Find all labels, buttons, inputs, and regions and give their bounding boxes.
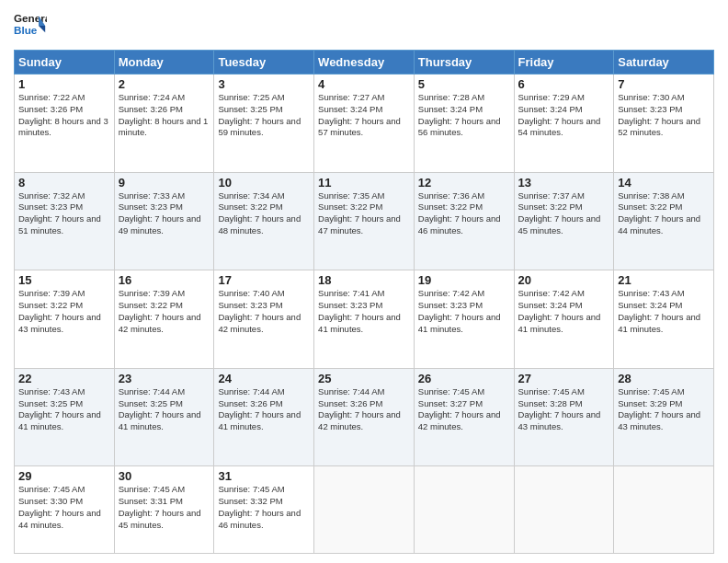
daylight-label: Daylight: 7 hours and 42 minutes. [119, 312, 201, 334]
calendar-cell: 4 Sunrise: 7:27 AM Sunset: 3:24 PM Dayli… [314, 75, 415, 173]
daylight-label: Daylight: 7 hours and 49 minutes. [119, 213, 201, 236]
day-detail: Sunrise: 7:35 AM Sunset: 3:22 PM Dayligh… [318, 190, 410, 237]
daylight-label: Daylight: 7 hours and 41 minutes. [18, 409, 101, 431]
calendar-cell: 9 Sunrise: 7:33 AM Sunset: 3:23 PM Dayli… [114, 172, 214, 270]
sunrise-label: Sunrise: 7:36 AM [418, 190, 484, 201]
sunset-label: Sunset: 3:23 PM [18, 201, 83, 212]
daylight-label: Daylight: 7 hours and 45 minutes. [119, 508, 201, 530]
logo-icon: General Blue [14, 9, 47, 42]
day-number: 29 [18, 469, 110, 483]
daylight-label: Daylight: 7 hours and 42 minutes. [418, 409, 501, 431]
calendar-cell: 12 Sunrise: 7:36 AM Sunset: 3:22 PM Dayl… [414, 172, 514, 270]
sunrise-label: Sunrise: 7:24 AM [119, 92, 185, 102]
sunrise-label: Sunrise: 7:44 AM [318, 386, 384, 396]
day-number: 7 [618, 77, 710, 91]
day-detail: Sunrise: 7:45 AM Sunset: 3:29 PM Dayligh… [618, 386, 710, 433]
daylight-label: Daylight: 8 hours and 1 minute. [119, 116, 209, 138]
day-number: 2 [119, 77, 210, 91]
daylight-label: Daylight: 7 hours and 41 minutes. [518, 312, 601, 334]
day-detail: Sunrise: 7:45 AM Sunset: 3:30 PM Dayligh… [18, 484, 110, 531]
calendar-cell: 8 Sunrise: 7:32 AM Sunset: 3:23 PM Dayli… [15, 172, 115, 270]
daylight-label: Daylight: 7 hours and 47 minutes. [318, 213, 401, 236]
day-number: 28 [618, 372, 710, 385]
calendar-cell: 18 Sunrise: 7:41 AM Sunset: 3:23 PM Dayl… [314, 270, 415, 369]
sunset-label: Sunset: 3:23 PM [218, 300, 282, 310]
sunrise-label: Sunrise: 7:43 AM [618, 288, 684, 298]
sunset-label: Sunset: 3:24 PM [418, 104, 483, 114]
sunset-label: Sunset: 3:26 PM [119, 104, 183, 114]
column-header-friday: Friday [514, 51, 614, 75]
sunset-label: Sunset: 3:24 PM [518, 104, 583, 114]
sunset-label: Sunset: 3:25 PM [18, 398, 83, 408]
daylight-label: Daylight: 7 hours and 41 minutes. [318, 312, 401, 334]
svg-text:Blue: Blue [14, 24, 38, 36]
calendar-cell: 21 Sunrise: 7:43 AM Sunset: 3:24 PM Dayl… [614, 270, 714, 369]
calendar-cell: 2 Sunrise: 7:24 AM Sunset: 3:26 PM Dayli… [114, 75, 214, 173]
sunrise-label: Sunrise: 7:39 AM [119, 288, 185, 298]
day-number: 19 [418, 273, 510, 287]
day-detail: Sunrise: 7:45 AM Sunset: 3:32 PM Dayligh… [218, 484, 310, 531]
day-detail: Sunrise: 7:24 AM Sunset: 3:26 PM Dayligh… [119, 92, 210, 139]
day-number: 1 [18, 77, 110, 91]
calendar-cell: 28 Sunrise: 7:45 AM Sunset: 3:29 PM Dayl… [614, 368, 714, 466]
page: General Blue SundayMondayTuesdayWednesda… [0, 0, 728, 563]
daylight-label: Daylight: 7 hours and 43 minutes. [518, 409, 601, 431]
sunrise-label: Sunrise: 7:42 AM [518, 288, 585, 298]
calendar-body: 1 Sunrise: 7:22 AM Sunset: 3:26 PM Dayli… [15, 75, 714, 554]
calendar-table: SundayMondayTuesdayWednesdayThursdayFrid… [14, 50, 714, 554]
day-detail: Sunrise: 7:41 AM Sunset: 3:23 PM Dayligh… [318, 288, 410, 335]
daylight-label: Daylight: 7 hours and 56 minutes. [418, 116, 501, 138]
day-detail: Sunrise: 7:43 AM Sunset: 3:24 PM Dayligh… [618, 288, 710, 335]
sunset-label: Sunset: 3:22 PM [218, 201, 282, 212]
daylight-label: Daylight: 7 hours and 52 minutes. [618, 116, 700, 138]
day-number: 12 [418, 176, 510, 190]
calendar-cell: 14 Sunrise: 7:38 AM Sunset: 3:22 PM Dayl… [614, 172, 714, 270]
sunrise-label: Sunrise: 7:22 AM [18, 92, 85, 102]
daylight-label: Daylight: 7 hours and 54 minutes. [518, 116, 601, 138]
column-header-thursday: Thursday [414, 51, 514, 75]
sunset-label: Sunset: 3:25 PM [119, 398, 183, 408]
sunset-label: Sunset: 3:22 PM [618, 201, 682, 212]
calendar-cell: 5 Sunrise: 7:28 AM Sunset: 3:24 PM Dayli… [414, 75, 514, 173]
daylight-label: Daylight: 7 hours and 41 minutes. [618, 312, 700, 334]
calendar-cell: 20 Sunrise: 7:42 AM Sunset: 3:24 PM Dayl… [514, 270, 614, 369]
sunrise-label: Sunrise: 7:45 AM [18, 484, 85, 494]
day-number: 14 [618, 176, 710, 190]
sunset-label: Sunset: 3:26 PM [18, 104, 83, 114]
daylight-label: Daylight: 7 hours and 42 minutes. [218, 312, 301, 334]
sunrise-label: Sunrise: 7:34 AM [218, 190, 284, 201]
sunset-label: Sunset: 3:24 PM [318, 104, 382, 114]
sunset-label: Sunset: 3:27 PM [418, 398, 483, 408]
day-number: 8 [18, 176, 110, 190]
sunrise-label: Sunrise: 7:45 AM [518, 386, 585, 396]
day-number: 25 [318, 372, 410, 385]
daylight-label: Daylight: 7 hours and 44 minutes. [18, 508, 101, 530]
sunset-label: Sunset: 3:24 PM [518, 300, 583, 310]
sunrise-label: Sunrise: 7:44 AM [218, 386, 284, 396]
sunrise-label: Sunrise: 7:43 AM [18, 386, 85, 396]
daylight-label: Daylight: 7 hours and 41 minutes. [418, 312, 501, 334]
day-number: 27 [518, 372, 610, 385]
calendar-cell: 6 Sunrise: 7:29 AM Sunset: 3:24 PM Dayli… [514, 75, 614, 173]
day-number: 17 [218, 273, 310, 287]
svg-marker-3 [39, 26, 45, 32]
sunrise-label: Sunrise: 7:32 AM [18, 190, 85, 201]
calendar-cell [414, 466, 514, 554]
daylight-label: Daylight: 7 hours and 41 minutes. [119, 409, 201, 431]
sunset-label: Sunset: 3:22 PM [518, 201, 583, 212]
day-number: 3 [218, 77, 310, 91]
sunrise-label: Sunrise: 7:37 AM [518, 190, 585, 201]
calendar-cell: 26 Sunrise: 7:45 AM Sunset: 3:27 PM Dayl… [414, 368, 514, 466]
day-detail: Sunrise: 7:25 AM Sunset: 3:25 PM Dayligh… [218, 92, 310, 139]
sunrise-label: Sunrise: 7:40 AM [218, 288, 284, 298]
calendar-cell: 27 Sunrise: 7:45 AM Sunset: 3:28 PM Dayl… [514, 368, 614, 466]
sunrise-label: Sunrise: 7:38 AM [618, 190, 684, 201]
day-number: 4 [318, 77, 410, 91]
daylight-label: Daylight: 7 hours and 43 minutes. [18, 312, 101, 334]
daylight-label: Daylight: 7 hours and 42 minutes. [318, 409, 401, 431]
daylight-label: Daylight: 7 hours and 57 minutes. [318, 116, 401, 138]
column-header-saturday: Saturday [614, 51, 714, 75]
calendar-cell [514, 466, 614, 554]
sunrise-label: Sunrise: 7:35 AM [318, 190, 384, 201]
day-number: 15 [18, 273, 110, 287]
